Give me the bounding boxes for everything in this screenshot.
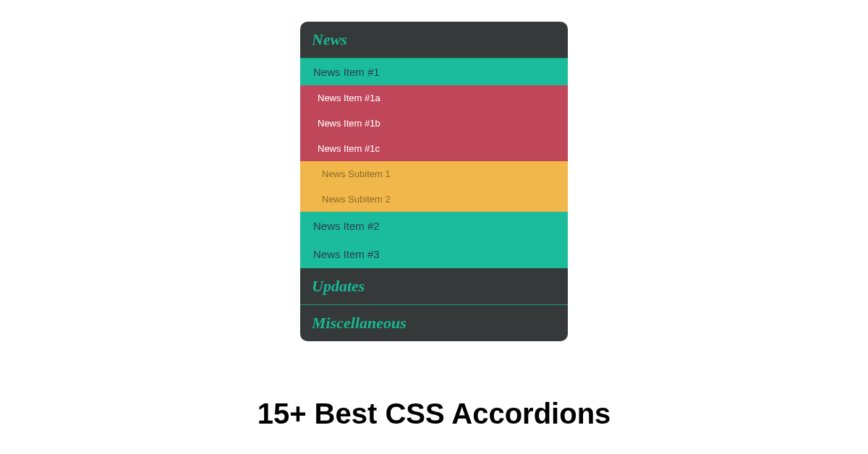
accordion-item-news-3[interactable]: News Item #3 [300, 240, 568, 268]
accordion-menu: News News Item #1 News Item #1a News Ite… [300, 22, 568, 341]
item-label: News Subitem 2 [322, 194, 391, 205]
accordion-item-news-1c[interactable]: News Item #1c [300, 136, 568, 161]
accordion-section-miscellaneous[interactable]: Miscellaneous [300, 305, 568, 341]
item-label: News Item #1 [313, 66, 380, 78]
accordion-item-news-1[interactable]: News Item #1 [300, 59, 568, 85]
accordion-subitem-2[interactable]: News Subitem 2 [300, 187, 568, 212]
section-title: Updates [312, 277, 365, 295]
accordion-section-news[interactable]: News [300, 22, 568, 59]
item-label: News Subitem 1 [322, 168, 391, 179]
accordion-section-updates[interactable]: Updates [300, 268, 568, 305]
page-title: 15+ Best CSS Accordions [0, 398, 868, 430]
section-title: Miscellaneous [312, 314, 407, 332]
item-label: News Item #3 [313, 248, 380, 260]
accordion-item-news-2[interactable]: News Item #2 [300, 212, 568, 240]
accordion-item-news-1a[interactable]: News Item #1a [300, 85, 568, 111]
accordion-item-news-1b[interactable]: News Item #1b [300, 111, 568, 136]
item-label: News Item #1c [318, 143, 380, 154]
accordion-subitem-1[interactable]: News Subitem 1 [300, 161, 568, 187]
item-label: News Item #2 [313, 220, 380, 232]
section-title: News [312, 30, 347, 48]
item-label: News Item #1b [318, 118, 380, 129]
item-label: News Item #1a [318, 93, 380, 103]
